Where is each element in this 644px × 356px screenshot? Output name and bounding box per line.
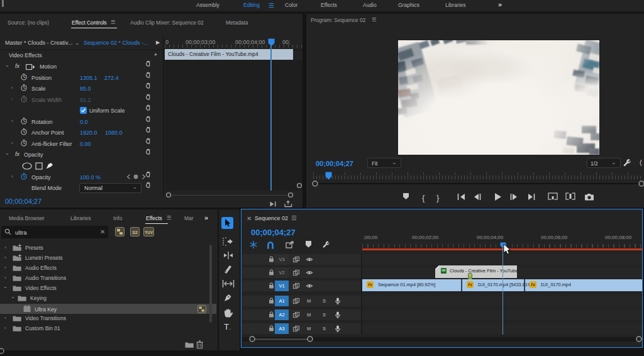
svg-text:32: 32	[132, 230, 138, 235]
svg-text:YUV: YUV	[145, 230, 153, 235]
svg-text:{: {	[422, 193, 425, 203]
svg-text:}: }	[436, 193, 440, 203]
